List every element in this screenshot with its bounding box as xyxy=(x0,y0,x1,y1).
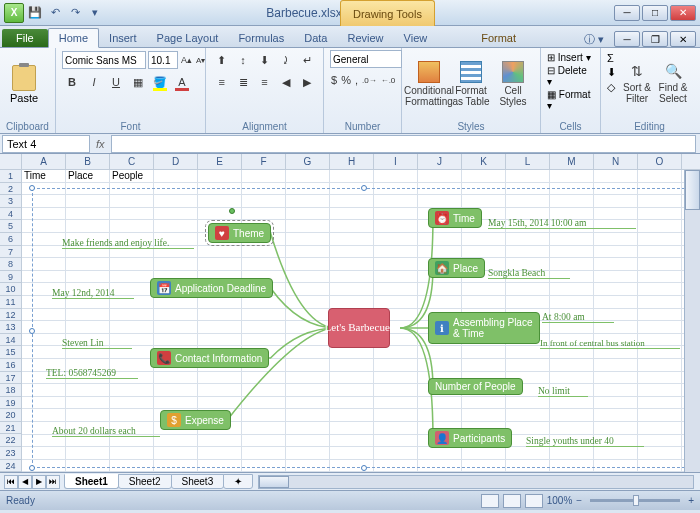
underline-button[interactable]: U xyxy=(106,72,126,92)
excel-icon[interactable]: X xyxy=(4,3,24,23)
annot-expense[interactable]: About 20 dollars each xyxy=(52,426,160,436)
annot-contact-name[interactable]: Steven Lin xyxy=(62,338,132,348)
help-icon[interactable]: ⓘ ▾ xyxy=(584,32,604,47)
align-left-icon[interactable]: ≡ xyxy=(212,72,231,92)
fill-button[interactable]: ⬇ xyxy=(607,66,616,79)
cell-a1[interactable]: Time xyxy=(24,170,46,181)
tab-page-layout[interactable]: Page Layout xyxy=(147,29,229,47)
cells-delete-button[interactable]: ⊟ Delete ▾ xyxy=(547,65,594,87)
resize-handle[interactable] xyxy=(29,465,35,471)
orientation-icon[interactable]: ⤸ xyxy=(276,50,295,70)
sheet-nav-first[interactable]: ⏮ xyxy=(4,475,18,489)
close-button[interactable]: ✕ xyxy=(670,5,696,21)
col-header[interactable]: I xyxy=(374,154,418,169)
node-contact[interactable]: 📞Contact Information xyxy=(150,348,269,368)
decrease-indent-icon[interactable]: ◀ xyxy=(276,72,295,92)
col-header[interactable]: F xyxy=(242,154,286,169)
select-all-corner[interactable] xyxy=(0,154,22,170)
cells-insert-button[interactable]: ⊞ Insert ▾ xyxy=(547,52,594,63)
node-center[interactable]: Let's Barbecue! xyxy=(328,308,390,348)
workbook-restore[interactable]: ❐ xyxy=(642,31,668,47)
annot-people[interactable]: No limit xyxy=(538,386,588,396)
col-header[interactable]: O xyxy=(638,154,682,169)
drawing-canvas[interactable]: Let's Barbecue! ♥Theme Make friends and … xyxy=(32,188,690,468)
find-select-button[interactable]: 🔍Find & Select xyxy=(654,50,692,118)
zoom-slider[interactable] xyxy=(590,499,680,502)
resize-handle[interactable] xyxy=(29,328,35,334)
view-normal-icon[interactable] xyxy=(481,494,499,508)
node-time[interactable]: ⏰Time xyxy=(428,208,482,228)
workbook-minimize[interactable]: ─ xyxy=(614,31,640,47)
annot-theme[interactable]: Make friends and enjoy life. xyxy=(62,238,194,248)
col-header[interactable]: E xyxy=(198,154,242,169)
font-family-select[interactable] xyxy=(62,51,146,69)
vertical-scrollbar[interactable] xyxy=(684,170,700,472)
col-header[interactable]: C xyxy=(110,154,154,169)
tab-file[interactable]: File xyxy=(2,29,48,47)
italic-button[interactable]: I xyxy=(84,72,104,92)
node-deadline[interactable]: 📅Application Deadline xyxy=(150,278,273,298)
node-participants[interactable]: 👤Participants xyxy=(428,428,512,448)
undo-icon[interactable]: ↶ xyxy=(46,4,64,22)
col-header[interactable]: N xyxy=(594,154,638,169)
fx-icon[interactable]: fx xyxy=(90,138,111,150)
node-expense[interactable]: $Expense xyxy=(160,410,231,430)
cells-format-button[interactable]: ▦ Format ▾ xyxy=(547,89,594,111)
node-place[interactable]: 🏠Place xyxy=(428,258,485,278)
cell-c1[interactable]: People xyxy=(112,170,143,181)
sheet-nav-next[interactable]: ▶ xyxy=(32,475,46,489)
cell-b1[interactable]: Place xyxy=(68,170,93,181)
grow-font-icon[interactable]: A▴ xyxy=(180,50,193,70)
tab-review[interactable]: Review xyxy=(337,29,393,47)
annot-contact-tel[interactable]: TEL: 0568745269 xyxy=(46,368,138,378)
hscroll-thumb[interactable] xyxy=(259,476,289,488)
save-icon[interactable]: 💾 xyxy=(26,4,44,22)
fill-color-button[interactable]: 🪣 xyxy=(150,72,170,92)
autosum-button[interactable]: Σ xyxy=(607,52,616,64)
col-header[interactable]: L xyxy=(506,154,550,169)
sheet-tab-1[interactable]: Sheet1 xyxy=(64,474,119,489)
sheet-tab-2[interactable]: Sheet2 xyxy=(118,474,172,489)
horizontal-scrollbar[interactable] xyxy=(258,475,694,489)
vscroll-thumb[interactable] xyxy=(685,170,700,210)
sheet-nav-prev[interactable]: ◀ xyxy=(18,475,32,489)
resize-handle[interactable] xyxy=(361,465,367,471)
font-color-button[interactable]: A xyxy=(172,72,192,92)
name-box[interactable]: Text 4 xyxy=(2,135,90,153)
cell-area[interactable]: Time Place People xyxy=(22,170,700,472)
annot-time[interactable]: May 15th, 2014 10:00 am xyxy=(488,218,636,228)
new-sheet-button[interactable]: ✦ xyxy=(223,474,253,489)
view-page-break-icon[interactable] xyxy=(525,494,543,508)
bold-button[interactable]: B xyxy=(62,72,82,92)
maximize-button[interactable]: □ xyxy=(642,5,668,21)
font-size-select[interactable] xyxy=(148,51,178,69)
align-bottom-icon[interactable]: ⬇ xyxy=(255,50,274,70)
shrink-font-icon[interactable]: A▾ xyxy=(195,50,206,70)
row-header[interactable]: 1 xyxy=(0,170,21,183)
currency-icon[interactable]: $ xyxy=(330,70,338,90)
col-header[interactable]: M xyxy=(550,154,594,169)
number-format-select[interactable] xyxy=(330,50,402,68)
paste-button[interactable]: Paste xyxy=(6,50,42,118)
increase-decimal-icon[interactable]: .0→ xyxy=(361,70,378,90)
annot-participants[interactable]: Single youths under 40 xyxy=(526,436,644,446)
decrease-decimal-icon[interactable]: ←.0 xyxy=(380,70,397,90)
tab-view[interactable]: View xyxy=(394,29,438,47)
worksheet-grid[interactable]: A B C D E F G H I J K L M N O 1234567891… xyxy=(0,154,700,472)
minimize-button[interactable]: ─ xyxy=(614,5,640,21)
percent-icon[interactable]: % xyxy=(340,70,352,90)
col-header[interactable]: D xyxy=(154,154,198,169)
col-header[interactable]: H xyxy=(330,154,374,169)
tab-home[interactable]: Home xyxy=(48,28,99,48)
border-button[interactable]: ▦ xyxy=(128,72,148,92)
align-middle-icon[interactable]: ↕ xyxy=(233,50,252,70)
clear-button[interactable]: ◇ xyxy=(607,81,616,94)
col-header[interactable]: J xyxy=(418,154,462,169)
align-top-icon[interactable]: ⬆ xyxy=(212,50,231,70)
workbook-close[interactable]: ✕ xyxy=(670,31,696,47)
sheet-nav-last[interactable]: ⏭ xyxy=(46,475,60,489)
col-header[interactable]: K xyxy=(462,154,506,169)
tab-data[interactable]: Data xyxy=(294,29,337,47)
sheet-tab-3[interactable]: Sheet3 xyxy=(171,474,225,489)
redo-icon[interactable]: ↷ xyxy=(66,4,84,22)
